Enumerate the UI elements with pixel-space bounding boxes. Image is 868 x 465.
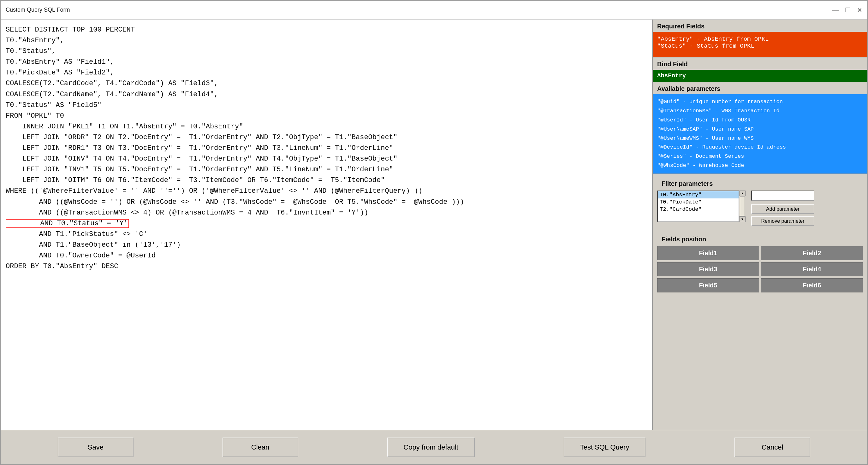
sql-line: LEFT JOIN "OINV" T4 ON T4."DocEntry" = T… [6, 155, 397, 163]
save-button[interactable]: Save [58, 437, 133, 457]
sql-editor[interactable]: SELECT DISTINCT TOP 100 PERCENT T0."AbsE… [1, 20, 653, 430]
available-param-item: "@TransactionWMS" - WMS Transaction Id [657, 107, 863, 116]
scroll-up-btn[interactable]: ▲ [739, 191, 746, 196]
field-position-item: Field4 [761, 262, 863, 276]
sql-line: SELECT DISTINCT TOP 100 PERCENT [6, 26, 135, 34]
field-position-item: Field2 [761, 246, 863, 260]
right-panel: Required Fields "AbsEntry" - AbsEntry fr… [653, 20, 867, 430]
highlighted-sql-line: AND T0."Status" = 'Y' [6, 219, 129, 228]
sql-line: T0."AbsEntry", [6, 37, 64, 44]
sql-line: T0."Status" AS "Field5" [6, 101, 102, 109]
test-sql-query-button[interactable]: Test SQL Query [564, 437, 646, 457]
sql-line: COALESCE(T2."CardName", T4."CardName") A… [6, 91, 218, 98]
filter-row: T0."AbsEntry"T0."PickDate"T2."CardCode" … [657, 191, 863, 226]
title-bar: Custom Query SQL Form — ☐ ✕ [1, 1, 867, 20]
sql-line: T0."Status", [6, 47, 56, 55]
sql-line: LEFT JOIN "INV1" T5 ON T5."DocEntry" = T… [6, 166, 393, 173]
sql-line: LEFT JOIN "RDR1" T3 ON T3."DocEntry" = T… [6, 144, 393, 152]
sql-line: T0."PickDate" AS "Field2", [6, 69, 114, 77]
sql-line: INNER JOIN "PKL1" T1 ON T1."AbsEntry" = … [6, 123, 243, 131]
filter-parameters-section: Filter parameters T0."AbsEntry"T0."PickD… [653, 174, 867, 229]
filter-parameters-title: Filter parameters [657, 177, 863, 189]
main-content: SELECT DISTINCT TOP 100 PERCENT T0."AbsE… [1, 20, 867, 430]
filter-scrollbar[interactable]: ▲ ▼ [739, 191, 746, 222]
required-field-item: "AbsEntry" - AbsEntry from OPKL [657, 36, 863, 42]
maximize-button[interactable]: ☐ [845, 6, 850, 14]
clean-button[interactable]: Clean [222, 437, 298, 457]
available-parameters-content: "@Guid" - Unique number for transaction"… [653, 94, 867, 173]
bind-field-value: AbsEntry [653, 70, 867, 82]
main-window: Custom Query SQL Form — ☐ ✕ SELECT DISTI… [0, 0, 868, 465]
sql-line: AND ((@TransactionWMS <> 4) OR (@Transac… [6, 209, 368, 217]
cancel-button[interactable]: Cancel [735, 437, 810, 457]
sql-line: LEFT JOIN "OITM" T6 ON T6."ItemCode" = T… [6, 176, 385, 184]
required-field-item: "Status" - Status from OPKL [657, 42, 863, 49]
remove-parameter-button[interactable]: Remove parameter [751, 217, 814, 226]
available-param-item: "@WhsCode" - Warehouse Code [657, 161, 863, 170]
scroll-down-btn[interactable]: ▼ [739, 217, 746, 222]
required-fields-title: Required Fields [653, 20, 867, 32]
required-fields-section: Required Fields "AbsEntry" - AbsEntry fr… [653, 20, 867, 58]
sql-line: COALESCE(T2."CardCode", T4."CardCode") A… [6, 79, 218, 88]
fields-position-title: Fields position [657, 232, 863, 245]
sql-line: AND T1."BaseObject" in ('13','17') [6, 241, 181, 249]
filter-listbox-item[interactable]: T0."AbsEntry" [658, 191, 739, 198]
filter-listbox-item[interactable]: T2."CardCode" [658, 206, 739, 213]
bind-field-section: Bind Field AbsEntry [653, 58, 867, 82]
sql-line: AND ((@WhsCode = '') OR (@WhsCode <> '' … [6, 198, 464, 206]
close-button[interactable]: ✕ [857, 6, 862, 14]
available-param-item: "@Series" - Document Series [657, 152, 863, 161]
add-parameter-button[interactable]: Add parameter [751, 204, 814, 214]
fields-position-section: Fields position Field1Field2Field3Field4… [653, 229, 867, 296]
available-param-item: "@Guid" - Unique number for transaction [657, 98, 863, 107]
required-fields-content: "AbsEntry" - AbsEntry from OPKL"Status" … [653, 32, 867, 57]
copy-from-default-button[interactable]: Copy from default [387, 437, 475, 457]
scroll-track [740, 197, 745, 216]
sql-line: T0."AbsEntry" AS "Field1", [6, 58, 114, 66]
available-param-item: "@UserId" - User Id from OUSR [657, 116, 863, 125]
minimize-button[interactable]: — [832, 6, 839, 14]
window-controls: — ☐ ✕ [832, 6, 862, 14]
field-position-item: Field6 [761, 278, 863, 293]
sql-line: AND T1."PickStatus" <> 'C' [6, 230, 147, 238]
field-position-item: Field1 [657, 246, 759, 260]
available-param-item: "@UserNameSAP" - User name SAP [657, 125, 863, 134]
available-param-item: "@UserNameWMS" - User name WMS [657, 134, 863, 143]
filter-input[interactable] [751, 191, 814, 201]
window-title: Custom Query SQL Form [6, 7, 70, 13]
bind-field-title: Bind Field [653, 58, 867, 70]
sql-line: FROM "OPKL" T0 [6, 112, 64, 120]
sql-line: LEFT JOIN "ORDR" T2 ON T2."DocEntry" = T… [6, 133, 397, 141]
fields-grid: Field1Field2Field3Field4Field5Field6 [657, 246, 863, 293]
bottom-bar: SaveCleanCopy from defaultTest SQL Query… [1, 430, 867, 464]
available-parameters-title: Available parameters [653, 82, 867, 94]
sql-line: AND T0."OwnerCode" = @UserId [6, 252, 156, 260]
available-param-item: "@DeviceId" - Requester device Id adress [657, 143, 863, 152]
filter-buttons: Add parameter Remove parameter [751, 204, 814, 226]
filter-listbox[interactable]: T0."AbsEntry"T0."PickDate"T2."CardCode" [657, 191, 739, 222]
field-position-item: Field3 [657, 262, 759, 276]
sql-line: ORDER BY T0."AbsEntry" DESC [6, 263, 118, 270]
field-position-item: Field5 [657, 278, 759, 293]
sql-line: WHERE (('@WhereFilterValue' = '' AND ''=… [6, 187, 422, 195]
filter-listbox-item[interactable]: T0."PickDate" [658, 198, 739, 206]
available-parameters-section: Available parameters "@Guid" - Unique nu… [653, 82, 867, 174]
